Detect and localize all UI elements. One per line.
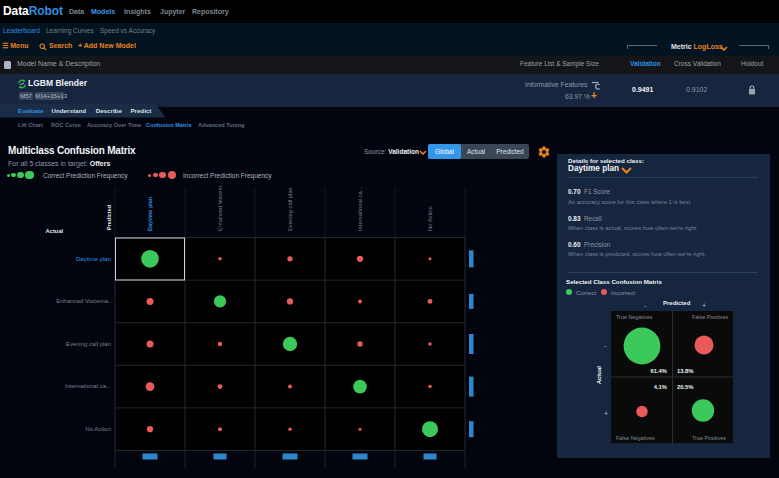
svg-text:+: + [604,410,608,417]
svg-text:-: - [604,342,607,349]
svg-text:-: - [644,302,647,309]
svg-text:+: + [702,302,706,309]
